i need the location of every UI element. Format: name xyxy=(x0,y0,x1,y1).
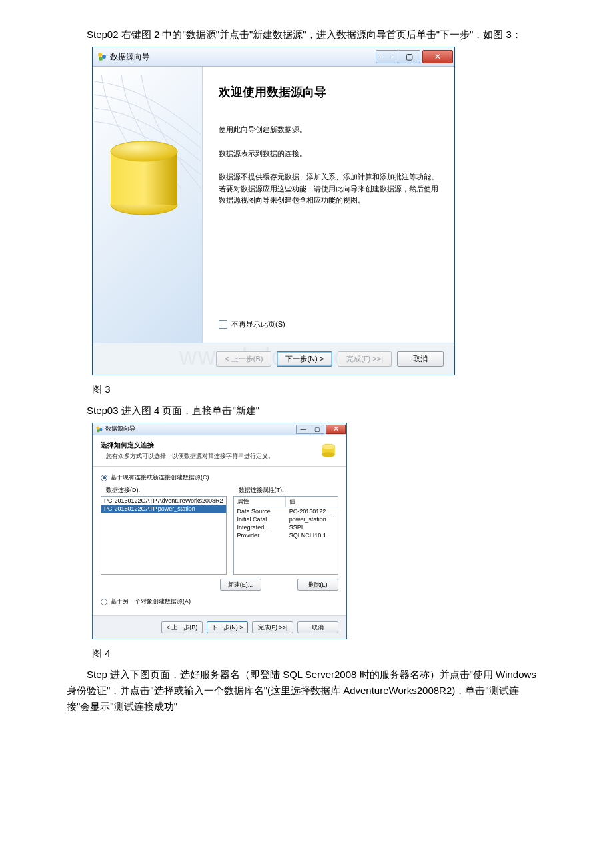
connections-listbox[interactable]: PC-20150122OATP.AdventureWorks2008R2 PC-… xyxy=(101,496,227,575)
finish-button[interactable]: 完成(F) >>| xyxy=(252,621,293,633)
svg-point-6 xyxy=(111,141,177,161)
list-item[interactable]: PC-20150122OATP.AdventureWorks2008R2 xyxy=(101,497,226,505)
maximize-button[interactable]: ▢ xyxy=(398,50,420,63)
dialog-title: 数据源向导 xyxy=(105,425,135,433)
svg-point-13 xyxy=(322,444,335,449)
finish-button: 完成(F) >>| xyxy=(338,351,392,367)
wizard-icon xyxy=(97,51,107,62)
cancel-button[interactable]: 取消 xyxy=(397,351,444,367)
wizard-paragraph-2: 数据源表示到数据的连接。 xyxy=(219,148,438,160)
wizard-dialog-connection: 数据源向导 — ▢ ✕ 选择如何定义连接 您有众多方式可以选择，以便数据源对其连… xyxy=(92,423,347,639)
svg-point-2 xyxy=(99,57,103,61)
step03-paragraph: Step03 进入图 4 页面，直接单击"新建" xyxy=(0,403,613,419)
step02-paragraph: Step02 右键图 2 中的"数据源"并点击"新建数据源"，进入数据源向导首页… xyxy=(0,27,613,43)
list-item[interactable]: PC-20150122OATP.power_station xyxy=(101,505,226,513)
back-button[interactable]: < 上一步(B) xyxy=(161,621,203,633)
close-button[interactable]: ✕ xyxy=(326,425,346,434)
prop-header-key: 属性 xyxy=(234,497,287,507)
datasource-icon xyxy=(318,441,338,461)
maximize-button[interactable]: ▢ xyxy=(310,425,324,434)
properties-grid: 属性值 Data SourcePC-20150122OATP Initial C… xyxy=(233,496,338,575)
wizard-heading: 欢迎使用数据源向导 xyxy=(219,84,438,100)
svg-point-7 xyxy=(97,426,100,429)
titlebar[interactable]: 数据源向导 — ▢ ✕ xyxy=(93,423,346,435)
figure3-caption: 图 3 xyxy=(0,383,613,396)
prop-val: PC-20150122OATP xyxy=(286,507,338,515)
prop-key: Provider xyxy=(234,531,286,539)
svg-point-8 xyxy=(99,427,103,431)
prop-header-val: 值 xyxy=(286,497,338,507)
next-button[interactable]: 下一步(N) > xyxy=(207,621,248,633)
new-button[interactable]: 新建(E)... xyxy=(220,579,261,591)
prop-key: Data Source xyxy=(234,507,286,515)
radio-another-object[interactable] xyxy=(101,599,107,605)
radio-another-label: 基于另一个对象创建数据源(A) xyxy=(111,597,191,606)
wizard-sidebar-graphic xyxy=(93,67,203,343)
radio-existing-connection[interactable] xyxy=(101,475,107,481)
wizard-dialog-welcome: 数据源向导 — ▢ ✕ xyxy=(92,47,455,375)
prop-key: Initial Catal... xyxy=(234,515,286,523)
svg-point-12 xyxy=(322,452,335,457)
close-button[interactable]: ✕ xyxy=(422,50,453,63)
svg-point-1 xyxy=(102,55,106,59)
cancel-button[interactable]: 取消 xyxy=(297,621,338,633)
prop-key: Integrated ... xyxy=(234,523,286,531)
page-subheading: 您有众多方式可以选择，以便数据源对其连接字符串进行定义。 xyxy=(106,452,274,461)
next-button[interactable]: 下一步(N) > xyxy=(277,351,332,367)
step04-paragraph: Step 进入下图页面，选好服务器名（即登陆 SQL Server2008 时的… xyxy=(0,667,613,715)
delete-button[interactable]: 删除(L) xyxy=(297,579,338,591)
radio-existing-label: 基于现有连接或新连接创建数据源(C) xyxy=(111,473,209,482)
connections-label: 数据连接(D): xyxy=(101,486,227,495)
page-heading: 选择如何定义连接 xyxy=(101,441,154,449)
prop-val: power_station xyxy=(286,515,338,523)
dont-show-checkbox[interactable] xyxy=(219,320,227,329)
titlebar[interactable]: 数据源向导 — ▢ ✕ xyxy=(93,47,454,67)
dialog-title: 数据源向导 xyxy=(110,51,150,63)
wizard-icon xyxy=(95,425,103,433)
back-button: < 上一步(B) xyxy=(216,351,271,367)
figure4-caption: 图 4 xyxy=(0,647,613,660)
svg-point-0 xyxy=(98,53,102,57)
wizard-paragraph-3: 数据源不提供缓存元数据、添加关系、添加计算和添加批注等功能。若要对数据源应用这些… xyxy=(219,171,438,207)
prop-val: SQLNCLI10.1 xyxy=(286,531,338,539)
dont-show-label: 不再显示此页(S) xyxy=(231,319,285,329)
svg-point-9 xyxy=(97,429,100,433)
prop-val: SSPI xyxy=(286,523,338,531)
properties-label: 数据连接属性(T): xyxy=(233,486,338,495)
minimize-button[interactable]: — xyxy=(296,425,310,434)
minimize-button[interactable]: — xyxy=(376,50,398,63)
wizard-paragraph-1: 使用此向导创建新数据源。 xyxy=(219,124,438,136)
